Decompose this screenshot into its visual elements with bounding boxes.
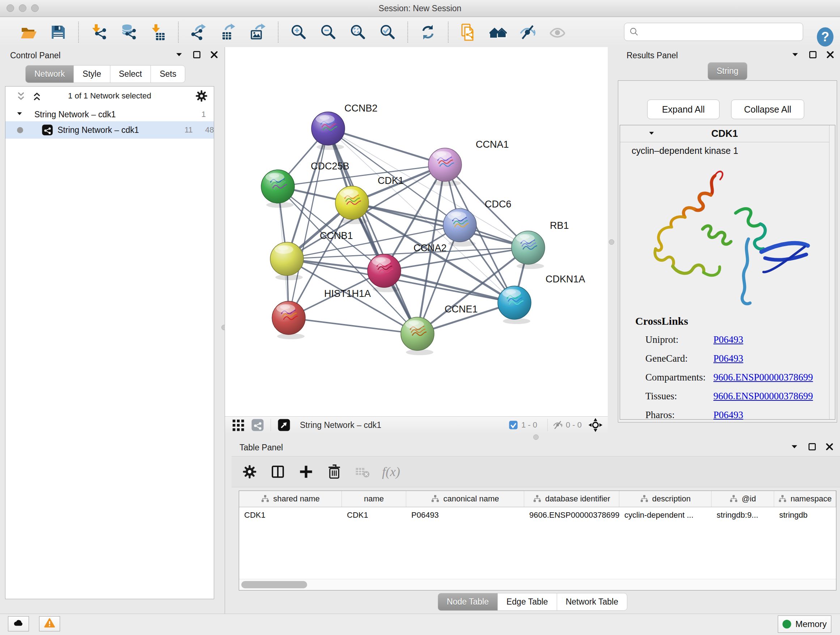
expand-all-button[interactable]: Expand All: [647, 100, 720, 119]
crosslink-link[interactable]: P06493: [714, 334, 744, 345]
scrollbar-thumb[interactable]: [241, 581, 307, 588]
search-input[interactable]: [643, 24, 803, 40]
network-node-CCNA1[interactable]: [428, 148, 462, 186]
close-panel-icon[interactable]: [826, 50, 835, 59]
table-cell[interactable]: 9606.ENSP00000378699: [524, 507, 619, 523]
cloud-button[interactable]: [8, 616, 29, 631]
close-panel-icon[interactable]: [210, 50, 219, 59]
zoom-selected-button[interactable]: [376, 21, 399, 43]
table-cell[interactable]: stringdb: [774, 507, 836, 523]
crosslink-link[interactable]: 9606.ENSP00000378699: [714, 372, 813, 383]
table-cell[interactable]: stringdb:9...: [712, 507, 774, 523]
search-box[interactable]: [624, 23, 803, 41]
tab-network-table[interactable]: Network Table: [557, 593, 627, 611]
add-column-button[interactable]: [296, 462, 316, 482]
collection-expander-icon[interactable]: [16, 110, 24, 119]
network-node-CCNB1[interactable]: [270, 242, 303, 280]
network-options-gear-icon[interactable]: [195, 89, 208, 103]
crosslink-row: Compartments:9606.ENSP00000378699: [645, 368, 824, 386]
column-header-name[interactable]: name: [342, 491, 406, 507]
network-node-CDC25B[interactable]: [261, 170, 294, 208]
network-node-HIST1H1A[interactable]: [272, 301, 305, 339]
table-cell[interactable]: cyclin-dependent ...: [619, 507, 712, 523]
delete-table-button[interactable]: [352, 462, 373, 482]
help-button[interactable]: ?: [815, 27, 836, 48]
export-image-button[interactable]: [247, 21, 269, 43]
table-row[interactable]: CDK1CDK1P064939606.ENSP00000378699cyclin…: [239, 507, 836, 523]
panel-menu-icon[interactable]: [790, 50, 800, 59]
table-settings-button[interactable]: [240, 462, 260, 482]
tab-select[interactable]: Select: [110, 65, 151, 83]
open-session-button[interactable]: [17, 21, 40, 43]
import-network-button[interactable]: [88, 21, 110, 43]
birdseye-navigator-icon[interactable]: [588, 418, 603, 432]
import-table-button[interactable]: [147, 21, 169, 43]
hide-selected-button[interactable]: [516, 21, 539, 43]
crosslink-row: GeneCard:P06493: [645, 349, 824, 368]
function-builder-button[interactable]: f(x): [382, 464, 400, 479]
float-panel-icon[interactable]: [807, 442, 817, 451]
network-row-selected[interactable]: String Network – cdk1 11 48: [5, 121, 214, 139]
panel-menu-icon[interactable]: [790, 442, 799, 451]
delete-column-button[interactable]: [324, 462, 344, 482]
memory-status-dot: [783, 620, 791, 629]
table-cell[interactable]: CDK1: [342, 507, 406, 523]
crosslink-label: Tissues:: [645, 386, 714, 405]
column-header-database-identifier[interactable]: database identifier: [524, 491, 619, 507]
table-hscrollbar[interactable]: [239, 579, 836, 590]
column-header-shared-name[interactable]: shared name: [239, 491, 342, 507]
float-panel-icon[interactable]: [808, 50, 818, 59]
network-node-RB1[interactable]: [512, 231, 545, 269]
tab-network[interactable]: Network: [25, 65, 74, 83]
column-header-canonical-name[interactable]: canonical name: [406, 491, 524, 507]
tab-string[interactable]: String: [707, 62, 747, 80]
tab-style[interactable]: Style: [73, 65, 110, 83]
column-header-namespace[interactable]: namespace: [774, 491, 836, 507]
zoom-out-button[interactable]: [317, 21, 339, 43]
export-network-button[interactable]: [187, 21, 210, 43]
save-session-button[interactable]: [47, 21, 69, 43]
network-view: CCNB2CCNA1CDC25BCDK1CDC6RB1CCNB1CCNA2CDK…: [225, 47, 608, 433]
results-scrollbar[interactable]: [829, 125, 835, 419]
column-type-icon: [431, 494, 439, 503]
network-node-CDKN1A[interactable]: [498, 286, 531, 324]
tab-sets[interactable]: Sets: [150, 65, 185, 83]
table-cell[interactable]: P06493: [406, 507, 524, 523]
warnings-button[interactable]: [39, 616, 60, 631]
crosslink-row: Uniprot:P06493: [645, 330, 824, 349]
column-label: name: [364, 494, 384, 504]
network-node-CCNB2[interactable]: [311, 112, 345, 150]
horizontal-splitter[interactable]: [225, 433, 840, 440]
column-header--id[interactable]: @id: [712, 491, 774, 507]
show-columns-button[interactable]: [268, 462, 288, 482]
panel-menu-icon[interactable]: [174, 50, 184, 59]
tab-edge-table[interactable]: Edge Table: [497, 593, 557, 611]
zoom-in-button[interactable]: [287, 21, 309, 43]
network-collection-row[interactable]: String Network – cdk1 1: [5, 108, 214, 121]
crosslink-link[interactable]: 9606.ENSP00000378699: [714, 391, 813, 402]
column-header-description[interactable]: description: [619, 491, 712, 507]
clone-network-button[interactable]: [457, 21, 480, 43]
apply-layout-button[interactable]: [417, 21, 439, 43]
selected-checkbox-icon[interactable]: [508, 420, 518, 430]
detach-view-icon[interactable]: [278, 418, 291, 432]
first-neighbors-button[interactable]: [487, 21, 509, 43]
collapse-all-button[interactable]: Collapse All: [731, 100, 804, 119]
crosslink-link[interactable]: P06493: [714, 353, 744, 364]
memory-button[interactable]: Memory: [778, 616, 831, 633]
import-network-from-database-button[interactable]: [117, 21, 140, 43]
gene-header-row[interactable]: CDK1: [620, 125, 829, 142]
network-badge-icon[interactable]: [251, 418, 264, 432]
export-table-button[interactable]: [217, 21, 240, 43]
show-all-button[interactable]: [546, 21, 569, 43]
network-node-CCNE1[interactable]: [401, 317, 434, 355]
vertical-splitter[interactable]: [608, 47, 615, 433]
float-panel-icon[interactable]: [192, 50, 202, 59]
zoom-fit-content-button[interactable]: [347, 21, 369, 43]
tab-node-table[interactable]: Node Table: [438, 593, 498, 611]
table-cell[interactable]: CDK1: [239, 507, 342, 523]
network-canvas[interactable]: CCNB2CCNA1CDC25BCDK1CDC6RB1CCNB1CCNA2CDK…: [225, 47, 608, 416]
grid-view-icon[interactable]: [232, 418, 245, 432]
crosslink-link[interactable]: P06493: [714, 409, 744, 420]
close-panel-icon[interactable]: [825, 442, 834, 451]
